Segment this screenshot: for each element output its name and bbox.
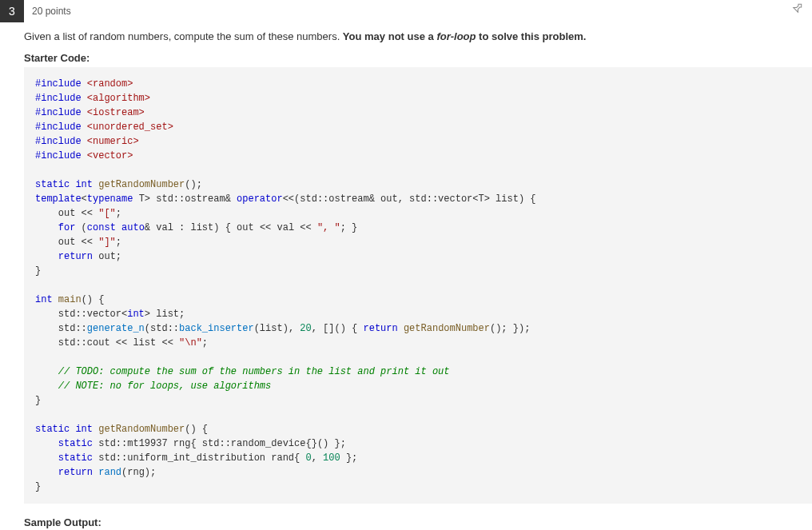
question-content: Given a list of random numbers, compute …	[24, 22, 812, 530]
code-text: <<	[283, 193, 294, 205]
kw: int	[75, 424, 93, 435]
code-text: out;	[93, 251, 121, 262]
include-header: <numeric>	[87, 136, 139, 147]
kw: static	[35, 179, 70, 190]
comment-todo: // TODO: compute the sum of the numbers …	[35, 366, 449, 377]
code-text: (	[75, 222, 86, 233]
include-directive: #include	[35, 150, 82, 161]
code-text: std::	[35, 323, 87, 334]
include-header: <random>	[87, 78, 133, 90]
code-text: () {	[185, 424, 208, 435]
kw: for	[58, 222, 76, 233]
include-directive: #include	[35, 78, 82, 90]
include-header: <iostream>	[87, 107, 145, 118]
code-text: val : list) { out << val <<	[150, 222, 317, 233]
fn-name: main	[58, 294, 82, 305]
code-text	[35, 467, 58, 478]
code-text: std::cout << list <<	[35, 337, 179, 349]
points-label: 20 points	[32, 6, 71, 17]
code-text	[35, 452, 58, 464]
include-directive: #include	[35, 107, 82, 118]
code-text	[35, 438, 58, 449]
kw: return	[364, 323, 398, 334]
number-literal: 20	[300, 323, 311, 334]
code-text: (std::ostream& out, std::vector<T> list)…	[294, 193, 535, 205]
kw: typename	[87, 193, 133, 205]
code-text: }	[35, 481, 41, 492]
code-text: (list),	[254, 323, 301, 334]
kw: return	[58, 251, 93, 262]
include-directive: #include	[35, 93, 82, 104]
fn-name: rand	[98, 467, 121, 478]
question-prompt: Given a list of random numbers, compute …	[24, 30, 812, 42]
string-literal: ", "	[317, 222, 340, 233]
prompt-italic: for-loop	[436, 30, 476, 42]
code-text: }	[35, 265, 41, 277]
prompt-bold-2: to solve this problem.	[476, 30, 586, 42]
string-literal: "["	[98, 208, 116, 219]
code-text	[398, 323, 404, 334]
code-text: (std::	[145, 323, 179, 334]
code-text: , []() {	[312, 323, 364, 334]
pin-icon[interactable]	[791, 2, 804, 17]
code-text: out <<	[35, 208, 98, 219]
code-text: ;	[202, 337, 208, 349]
code-text: > list;	[145, 309, 185, 320]
code-text: ,	[312, 452, 323, 464]
code-text: ;	[116, 208, 121, 219]
code-text: std::vector<	[35, 309, 127, 320]
kw: operator	[237, 193, 283, 205]
code-text: ;	[116, 237, 121, 248]
number-literal: 100	[323, 452, 340, 464]
kw: static	[58, 452, 93, 464]
string-literal: "]"	[98, 237, 116, 248]
include-header: <vector>	[87, 150, 133, 161]
code-text: &	[145, 222, 150, 233]
kw: int	[35, 294, 53, 305]
code-text: () {	[82, 294, 105, 305]
code-text: std::uniform_int_distribution rand{	[93, 452, 305, 464]
code-text: (); });	[490, 323, 530, 334]
fn-name: generate_n	[87, 323, 145, 334]
code-text: };	[340, 452, 358, 464]
include-header: <algorithm>	[87, 93, 150, 104]
code-text: ; }	[340, 222, 358, 233]
kw: const	[87, 222, 116, 233]
string-literal: "\n"	[179, 337, 202, 349]
include-directive: #include	[35, 136, 82, 147]
code-text: }	[35, 395, 41, 406]
code-text: ();	[185, 179, 202, 190]
prompt-bold-1: You may not use a	[343, 30, 437, 42]
code-text: std::ostream&	[156, 193, 231, 205]
include-header: <unordered_set>	[87, 122, 173, 133]
question-header: 3 20 points	[0, 0, 812, 22]
kw: return	[58, 467, 93, 478]
sample-output-label: Sample Output:	[24, 516, 812, 528]
fn-name: getRandomNumber	[404, 323, 490, 334]
number-literal: 0	[305, 452, 311, 464]
code-text: std::mt19937 rng{ std::random_device{}()…	[93, 438, 346, 449]
starter-code-block: #include <random> #include <algorithm> #…	[24, 67, 812, 504]
kw: template	[35, 193, 82, 205]
fn-name: back_inserter	[179, 323, 254, 334]
kw: static	[35, 424, 70, 435]
kw: auto	[121, 222, 145, 233]
include-directive: #include	[35, 122, 82, 133]
code-text: T	[139, 193, 145, 205]
kw: int	[75, 179, 93, 190]
code-text: out <<	[35, 237, 98, 248]
kw: static	[58, 438, 93, 449]
code-text	[35, 251, 58, 262]
comment-note: // NOTE: no for loops, use algorithms	[35, 381, 271, 392]
starter-code-label: Starter Code:	[24, 52, 812, 64]
fn-name: getRandomNumber	[98, 179, 185, 190]
code-text: (rng);	[121, 467, 156, 478]
prompt-text: Given a list of random numbers, compute …	[24, 30, 343, 42]
question-number-badge: 3	[0, 0, 24, 22]
code-text	[35, 222, 58, 233]
fn-name: getRandomNumber	[98, 424, 185, 435]
kw: int	[127, 309, 145, 320]
